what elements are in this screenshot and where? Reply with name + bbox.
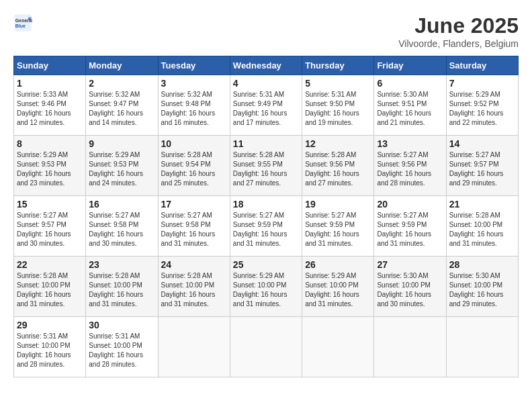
calendar-cell: 2Sunrise: 5:32 AMSunset: 9:47 PMDaylight…: [86, 75, 158, 136]
day-number: 27: [377, 259, 443, 270]
day-number: 30: [89, 320, 154, 330]
day-number: 1: [17, 78, 83, 89]
day-number: 12: [305, 138, 371, 149]
day-number: 29: [17, 320, 83, 330]
day-number: 18: [233, 199, 299, 210]
calendar-cell: 17Sunrise: 5:27 AMSunset: 9:58 PMDayligh…: [158, 196, 230, 257]
day-number: 6: [377, 78, 443, 89]
day-number: 13: [377, 138, 443, 149]
day-number: 22: [17, 259, 83, 270]
logo: General Blue: [13, 13, 32, 32]
day-info: Sunrise: 5:30 AMSunset: 10:00 PMDaylight…: [377, 271, 443, 309]
day-number: 19: [305, 199, 371, 210]
calendar-cell: 7Sunrise: 5:29 AMSunset: 9:52 PMDaylight…: [446, 75, 518, 136]
calendar-cell: 18Sunrise: 5:27 AMSunset: 9:59 PMDayligh…: [230, 196, 302, 257]
day-info: Sunrise: 5:27 AMSunset: 9:59 PMDaylight:…: [305, 211, 371, 248]
calendar-cell: 10Sunrise: 5:28 AMSunset: 9:54 PMDayligh…: [158, 136, 230, 196]
day-number: 2: [89, 78, 154, 89]
header-friday: Friday: [374, 56, 446, 75]
day-info: Sunrise: 5:31 AMSunset: 10:00 PMDaylight…: [89, 332, 154, 369]
day-info: Sunrise: 5:28 AMSunset: 9:54 PMDaylight:…: [161, 150, 227, 188]
day-info: Sunrise: 5:30 AMSunset: 10:00 PMDaylight…: [449, 271, 515, 309]
header-thursday: Thursday: [302, 56, 374, 75]
calendar-cell: 26Sunrise: 5:29 AMSunset: 10:00 PMDaylig…: [302, 257, 374, 317]
header: General Blue June 2025 Vilvoorde, Flande…: [13, 13, 519, 49]
calendar-cell: 1Sunrise: 5:33 AMSunset: 9:46 PMDaylight…: [14, 75, 86, 136]
day-number: 9: [89, 138, 154, 149]
calendar-cell: 22Sunrise: 5:28 AMSunset: 10:00 PMDaylig…: [14, 257, 86, 317]
calendar-cell: 28Sunrise: 5:30 AMSunset: 10:00 PMDaylig…: [446, 257, 518, 317]
calendar-cell: 30Sunrise: 5:31 AMSunset: 10:00 PMDaylig…: [86, 317, 158, 377]
day-number: 11: [233, 138, 299, 149]
calendar-cell: 15Sunrise: 5:27 AMSunset: 9:57 PMDayligh…: [14, 196, 86, 257]
day-number: 14: [449, 138, 515, 149]
week-row-3: 15Sunrise: 5:27 AMSunset: 9:57 PMDayligh…: [14, 196, 519, 257]
calendar-cell: 4Sunrise: 5:31 AMSunset: 9:49 PMDaylight…: [230, 75, 302, 136]
day-info: Sunrise: 5:31 AMSunset: 9:49 PMDaylight:…: [233, 90, 299, 128]
svg-text:Blue: Blue: [15, 24, 26, 28]
calendar-cell: 14Sunrise: 5:27 AMSunset: 9:57 PMDayligh…: [446, 136, 518, 196]
calendar-cell: 27Sunrise: 5:30 AMSunset: 10:00 PMDaylig…: [374, 257, 446, 317]
calendar-cell: [158, 317, 230, 377]
svg-rect-0: [14, 14, 31, 31]
day-info: Sunrise: 5:27 AMSunset: 9:58 PMDaylight:…: [161, 211, 227, 248]
day-info: Sunrise: 5:29 AMSunset: 9:53 PMDaylight:…: [89, 150, 154, 188]
calendar-cell: 25Sunrise: 5:29 AMSunset: 10:00 PMDaylig…: [230, 257, 302, 317]
header-tuesday: Tuesday: [158, 56, 230, 75]
day-number: 15: [17, 199, 83, 210]
day-info: Sunrise: 5:28 AMSunset: 9:55 PMDaylight:…: [233, 150, 299, 188]
day-info: Sunrise: 5:28 AMSunset: 10:00 PMDaylight…: [17, 271, 83, 309]
day-number: 8: [17, 138, 83, 149]
calendar-cell: 11Sunrise: 5:28 AMSunset: 9:55 PMDayligh…: [230, 136, 302, 196]
day-info: Sunrise: 5:28 AMSunset: 9:56 PMDaylight:…: [305, 150, 371, 188]
day-number: 24: [161, 259, 227, 270]
week-row-5: 29Sunrise: 5:31 AMSunset: 10:00 PMDaylig…: [14, 317, 519, 377]
header-monday: Monday: [86, 56, 158, 75]
day-info: Sunrise: 5:29 AMSunset: 9:52 PMDaylight:…: [449, 90, 515, 128]
day-number: 25: [233, 259, 299, 270]
calendar-cell: [302, 317, 374, 377]
calendar-cell: [446, 317, 518, 377]
week-row-2: 8Sunrise: 5:29 AMSunset: 9:53 PMDaylight…: [14, 136, 519, 196]
calendar-cell: 9Sunrise: 5:29 AMSunset: 9:53 PMDaylight…: [86, 136, 158, 196]
day-info: Sunrise: 5:32 AMSunset: 9:47 PMDaylight:…: [89, 90, 154, 128]
calendar: SundayMondayTuesdayWednesdayThursdayFrid…: [13, 56, 519, 377]
day-info: Sunrise: 5:28 AMSunset: 10:00 PMDaylight…: [89, 271, 154, 309]
day-info: Sunrise: 5:29 AMSunset: 9:53 PMDaylight:…: [17, 150, 83, 188]
month-title: June 2025: [398, 13, 519, 38]
day-info: Sunrise: 5:27 AMSunset: 9:57 PMDaylight:…: [17, 211, 83, 248]
logo-icon: General Blue: [13, 13, 32, 32]
day-number: 16: [89, 199, 154, 210]
day-number: 28: [449, 259, 515, 270]
day-info: Sunrise: 5:31 AMSunset: 9:50 PMDaylight:…: [305, 90, 371, 128]
day-info: Sunrise: 5:31 AMSunset: 10:00 PMDaylight…: [17, 332, 83, 369]
day-number: 5: [305, 78, 371, 89]
location: Vilvoorde, Flanders, Belgium: [398, 38, 519, 49]
day-info: Sunrise: 5:33 AMSunset: 9:46 PMDaylight:…: [17, 90, 83, 128]
calendar-cell: [374, 317, 446, 377]
day-info: Sunrise: 5:28 AMSunset: 10:00 PMDaylight…: [449, 211, 515, 248]
day-info: Sunrise: 5:32 AMSunset: 9:48 PMDaylight:…: [161, 90, 227, 128]
day-number: 7: [449, 78, 515, 89]
week-row-4: 22Sunrise: 5:28 AMSunset: 10:00 PMDaylig…: [14, 257, 519, 317]
calendar-cell: 19Sunrise: 5:27 AMSunset: 9:59 PMDayligh…: [302, 196, 374, 257]
header-sunday: Sunday: [14, 56, 86, 75]
calendar-cell: [230, 317, 302, 377]
day-info: Sunrise: 5:30 AMSunset: 9:51 PMDaylight:…: [377, 90, 443, 128]
day-number: 21: [449, 199, 515, 210]
calendar-cell: 6Sunrise: 5:30 AMSunset: 9:51 PMDaylight…: [374, 75, 446, 136]
day-info: Sunrise: 5:27 AMSunset: 9:57 PMDaylight:…: [449, 150, 515, 188]
week-row-1: 1Sunrise: 5:33 AMSunset: 9:46 PMDaylight…: [14, 75, 519, 136]
calendar-cell: 8Sunrise: 5:29 AMSunset: 9:53 PMDaylight…: [14, 136, 86, 196]
calendar-cell: 23Sunrise: 5:28 AMSunset: 10:00 PMDaylig…: [86, 257, 158, 317]
calendar-cell: 13Sunrise: 5:27 AMSunset: 9:56 PMDayligh…: [374, 136, 446, 196]
calendar-cell: 20Sunrise: 5:27 AMSunset: 9:59 PMDayligh…: [374, 196, 446, 257]
calendar-cell: 5Sunrise: 5:31 AMSunset: 9:50 PMDaylight…: [302, 75, 374, 136]
calendar-cell: 29Sunrise: 5:31 AMSunset: 10:00 PMDaylig…: [14, 317, 86, 377]
calendar-cell: 3Sunrise: 5:32 AMSunset: 9:48 PMDaylight…: [158, 75, 230, 136]
calendar-cell: 21Sunrise: 5:28 AMSunset: 10:00 PMDaylig…: [446, 196, 518, 257]
day-number: 17: [161, 199, 227, 210]
day-info: Sunrise: 5:27 AMSunset: 9:59 PMDaylight:…: [377, 211, 443, 248]
day-number: 26: [305, 259, 371, 270]
day-info: Sunrise: 5:29 AMSunset: 10:00 PMDaylight…: [305, 271, 371, 309]
